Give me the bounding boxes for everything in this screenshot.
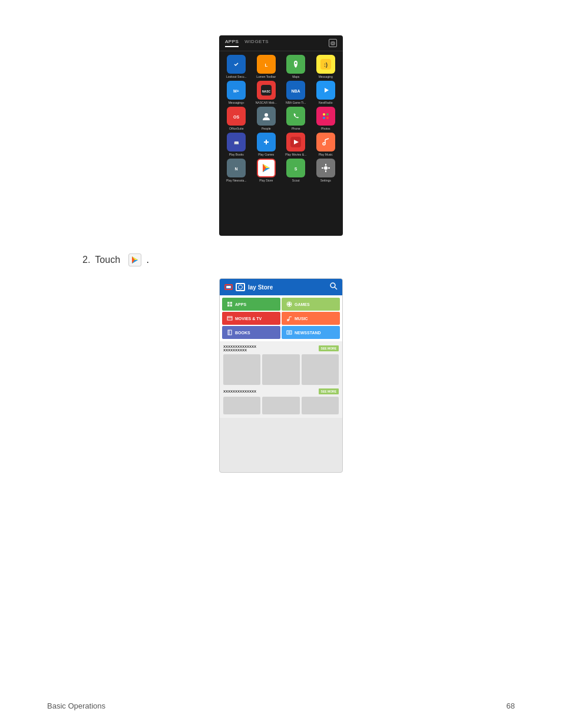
footer-page-number: 68 (507, 701, 515, 710)
app-icon-phone (286, 107, 305, 126)
app-item-scout: S Scout (282, 159, 310, 182)
screenshot-play-store: lay Store APPS GAMES MOVIES & TV MUSIC (219, 278, 343, 473)
svg-rect-45 (325, 170, 326, 172)
section1-subtitle: XXXXXXXXXX (223, 348, 256, 352)
svg-point-63 (287, 319, 289, 321)
app-grid: Lookout Secu... L Lumen Toolbar Maps :) … (219, 51, 343, 186)
svg-rect-64 (289, 317, 292, 317)
app-item-photos: Photos (312, 107, 340, 130)
thumbnail-1 (223, 354, 260, 385)
play-store-header: lay Store (220, 279, 342, 295)
svg-point-22 (323, 113, 325, 116)
svg-point-23 (326, 113, 329, 116)
step-number: 2. (82, 255, 90, 265)
section1-header: XXXXXXXXXXXXXX XXXXXXXXXX SEE MORE (223, 345, 339, 352)
app-label-nascar: NASCAR Mob... (256, 101, 277, 104)
svg-rect-61 (227, 317, 232, 320)
section2-title: XXXXXXXXXXXXXX (223, 390, 256, 393)
search-icon (329, 282, 338, 292)
category-music-label: MUSIC (295, 317, 308, 321)
category-movies-label: MOVIES & TV (235, 317, 262, 321)
app-item-people: People (253, 107, 280, 130)
app-label-maps: Maps (292, 75, 299, 78)
footer-section-label: Basic Operations (47, 701, 105, 710)
app-label-photos: Photos (321, 127, 330, 130)
app-icon-nba: NBA (286, 81, 305, 100)
app-icon-nascar: NASC (257, 81, 276, 100)
svg-rect-33 (320, 137, 331, 147)
thumbnail-6 (302, 397, 339, 414)
play-store-content: XXXXXXXXXXXXXX XXXXXXXXXX SEE MORE XXXXX… (220, 341, 342, 418)
app-item-playmusic: Play Music (312, 133, 340, 156)
app-item-lumen: L Lumen Toolbar (253, 55, 280, 78)
thumbnail-2 (262, 354, 299, 385)
app-item-phone: Phone (282, 107, 310, 130)
app-icon-nextradio (316, 81, 335, 100)
app-label-lumen: Lumen Toolbar (256, 75, 276, 78)
app-icon-playnewsstand: N (227, 159, 246, 177)
svg-rect-21 (320, 111, 331, 121)
app-label-playbooks: Play Books (229, 153, 244, 156)
svg-rect-44 (325, 164, 326, 166)
page-content: APPS WIDGETS Lookout Secu... L Lumen Too… (0, 0, 562, 496)
svg-rect-56 (227, 305, 230, 307)
category-games-label: GAMES (295, 302, 310, 307)
category-music: MUSIC (282, 312, 340, 325)
svg-line-53 (335, 287, 337, 289)
app-icon-playgames (257, 133, 276, 151)
app-icon-people (257, 107, 276, 126)
category-newsstand: NEWSSTAND (282, 326, 340, 339)
see-more-button-1[interactable]: SEE MORE (319, 345, 339, 351)
svg-rect-55 (230, 302, 233, 304)
category-books: BOOKS (222, 326, 280, 339)
app-item-nascar: NASC NASCAR Mob... (253, 81, 280, 104)
widgets-tab-label: WIDGETS (244, 39, 269, 47)
step-period: . (146, 255, 148, 265)
app-icon-lumen: L (257, 55, 276, 74)
category-books-label: BOOKS (235, 331, 250, 335)
svg-text::): :) (324, 62, 328, 68)
app-label-nextradio: NextRadio (319, 101, 332, 104)
category-movies: MOVIES & TV (222, 312, 280, 325)
svg-point-5 (295, 62, 297, 64)
app-thumbnails-section1 (223, 354, 339, 385)
thumbnail-4 (223, 397, 260, 414)
app-icon-messaging: :) (316, 55, 335, 74)
play-store-categories: APPS GAMES MOVIES & TV MUSIC BOOKS NEWSS… (220, 295, 342, 341)
svg-text:M+: M+ (233, 89, 239, 93)
see-more-button-2[interactable]: SEE MORE (319, 388, 339, 394)
play-store-header-camera-icon (236, 283, 245, 291)
app-icon-playstore (257, 159, 276, 177)
apps-tab-label: APPS (225, 39, 239, 47)
app-label-phone: Phone (292, 127, 300, 130)
category-apps: APPS (222, 298, 280, 311)
thumbnail-5 (262, 397, 299, 414)
screenshot-app-drawer: APPS WIDGETS Lookout Secu... L Lumen Too… (219, 35, 343, 236)
svg-rect-20 (290, 111, 301, 121)
app-icon-playmovies (286, 133, 305, 151)
app-label-playnewsstand: Play Newssta... (226, 179, 246, 182)
svg-rect-54 (227, 302, 230, 304)
svg-point-24 (323, 117, 325, 119)
svg-rect-68 (287, 331, 292, 334)
svg-text:S: S (295, 167, 297, 171)
app-item-messaging: :) Messaging (312, 55, 340, 78)
app-icon-lookout (227, 55, 246, 74)
svg-rect-57 (230, 305, 233, 307)
app-item-officesuite: OS OfficeSuite (223, 107, 250, 130)
section1-title-area: XXXXXXXXXXXXXX XXXXXXXXXX (223, 345, 256, 352)
camera-icon (329, 39, 337, 47)
page-footer: Basic Operations 68 (47, 701, 515, 710)
app-item-lookout: Lookout Secu... (223, 55, 250, 78)
svg-rect-46 (322, 167, 323, 169)
app-label-playgames: Play Games (258, 153, 274, 156)
app-item-playbooks: 📖 Play Books (223, 133, 250, 156)
app-item-playstore: Play Store (253, 159, 280, 182)
app-label-settings: Settings (320, 179, 331, 182)
app-drawer-header: APPS WIDGETS (219, 35, 343, 51)
app-icon-messaging2: M+ (227, 81, 246, 100)
app-icon-playbooks: 📖 (227, 133, 246, 151)
play-store-icon-inline (128, 253, 141, 266)
svg-point-1 (332, 42, 334, 44)
app-item-nba: NBA NBA Game Ti... (282, 81, 310, 104)
